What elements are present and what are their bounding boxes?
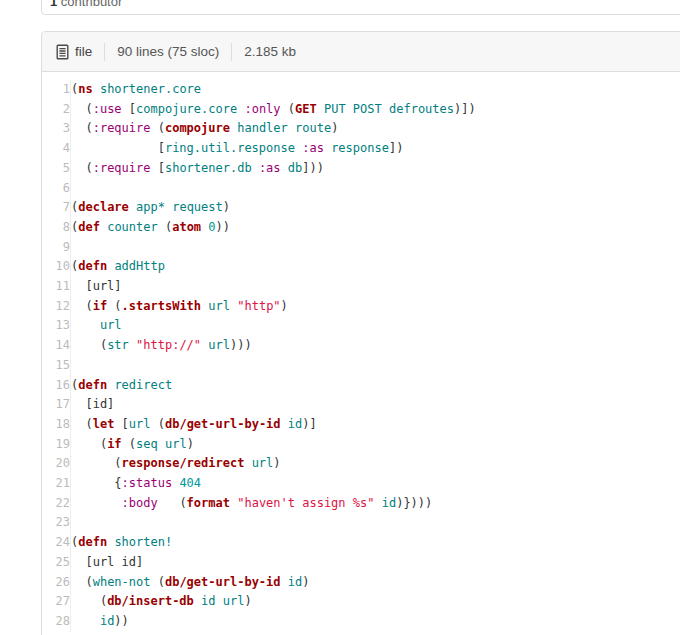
code-token-k: db/get-url-by-id xyxy=(165,575,281,589)
code-line: (defn redirect xyxy=(71,376,680,396)
code-line: [id] xyxy=(71,395,680,415)
code-token-p: ( xyxy=(71,338,107,352)
line-number[interactable]: 27 xyxy=(42,592,71,612)
code-token-p xyxy=(346,102,353,116)
line-number[interactable]: 2 xyxy=(42,100,71,120)
line-number[interactable]: 4 xyxy=(42,139,71,159)
code-line xyxy=(71,179,680,199)
code-row: 14 (str "http://" url))) xyxy=(42,336,680,356)
code-token-p xyxy=(93,82,100,96)
code-row: 13 url xyxy=(42,316,680,336)
code-token-p: ) xyxy=(273,456,280,470)
line-number[interactable]: 25 xyxy=(42,553,71,573)
code-line: (let [url (db/get-url-by-id id)] xyxy=(71,415,680,435)
code-token-k: if xyxy=(107,437,121,451)
code-row: 5 (:require [shortener.db :as db])) xyxy=(42,159,680,179)
code-token-k: defn xyxy=(78,259,107,273)
line-number[interactable]: 16 xyxy=(42,376,71,396)
line-number[interactable]: 18 xyxy=(42,415,71,435)
code-token-n: compojure.core xyxy=(136,102,237,116)
code-token-p xyxy=(194,594,201,608)
code-token-n: app* xyxy=(136,200,165,214)
line-number[interactable]: 1 xyxy=(42,80,71,100)
code-row: 4 [ring.util.response :as response]) xyxy=(42,139,680,159)
code-token-p: ( xyxy=(122,437,136,451)
code-row: 27 (db/insert-db id url) xyxy=(42,592,680,612)
code-token-p: ( xyxy=(71,456,122,470)
line-number[interactable]: 23 xyxy=(42,513,71,533)
line-number[interactable]: 7 xyxy=(42,198,71,218)
line-number[interactable]: 9 xyxy=(42,238,71,258)
code-token-ss: :body xyxy=(122,496,158,510)
code-line: id)) xyxy=(71,612,680,632)
code-token-k: db/get-url-by-id xyxy=(165,417,281,431)
code-token-n: url xyxy=(252,456,274,470)
line-number[interactable]: 11 xyxy=(42,277,71,297)
code-row: 20 (response/redirect url) xyxy=(42,454,680,474)
code-token-p xyxy=(382,102,389,116)
line-number[interactable]: 20 xyxy=(42,454,71,474)
line-number[interactable]: 14 xyxy=(42,336,71,356)
code-token-n: defroutes xyxy=(389,102,454,116)
code-token-m: 404 xyxy=(179,476,201,490)
line-number[interactable]: 13 xyxy=(42,316,71,336)
line-number[interactable]: 24 xyxy=(42,533,71,553)
code-token-p: )]) xyxy=(454,102,476,116)
code-line xyxy=(71,513,680,533)
code-token-n: url xyxy=(165,437,187,451)
code-token-n: id xyxy=(382,496,396,510)
code-line: (defn addHttp xyxy=(71,257,680,277)
code-token-p: ( xyxy=(71,161,93,175)
code-token-k: response/redirect xyxy=(122,456,245,470)
code-token-s: "http" xyxy=(237,299,280,313)
code-token-n: handler xyxy=(237,121,288,135)
line-number[interactable]: 21 xyxy=(42,474,71,494)
line-number[interactable]: 17 xyxy=(42,395,71,415)
code-token-k: defn xyxy=(78,378,107,392)
code-row: 15 xyxy=(42,356,680,376)
code-row: 11 [url] xyxy=(42,277,680,297)
line-number[interactable]: 26 xyxy=(42,573,71,593)
code-token-n: shortener.core xyxy=(100,82,201,96)
code-token-n: id xyxy=(288,575,302,589)
file-lines-info: 90 lines (75 sloc) xyxy=(117,44,219,59)
code-token-p: ( xyxy=(158,220,172,234)
code-line: (str "http://" url))) xyxy=(71,336,680,356)
code-token-p: ( xyxy=(71,437,107,451)
code-token-ss: :status xyxy=(122,476,173,490)
code-row: 18 (let [url (db/get-url-by-id id)] xyxy=(42,415,680,435)
code-token-p: ( xyxy=(71,594,107,608)
line-number[interactable]: 22 xyxy=(42,494,71,514)
code-row: 16(defn redirect xyxy=(42,376,680,396)
code-token-k: db/insert-db xyxy=(107,594,194,608)
code-token-n: url xyxy=(223,594,245,608)
code-token-p: )}))) xyxy=(396,496,432,510)
line-number[interactable]: 12 xyxy=(42,297,71,317)
line-number[interactable]: 8 xyxy=(42,218,71,238)
line-number[interactable]: 10 xyxy=(42,257,71,277)
code-line: (:require [shortener.db :as db])) xyxy=(71,159,680,179)
code-token-p: ) xyxy=(244,594,251,608)
code-line: (if (.startsWith url "http") xyxy=(71,297,680,317)
code-token-p: ))) xyxy=(230,338,252,352)
line-number[interactable]: 15 xyxy=(42,356,71,376)
code-token-ss: :as xyxy=(259,161,281,175)
code-line: (defn shorten! xyxy=(71,533,680,553)
line-number[interactable]: 5 xyxy=(42,159,71,179)
code-token-p: [ xyxy=(114,417,128,431)
code-token-p: ( xyxy=(150,121,164,135)
code-token-p: [id] xyxy=(71,397,114,411)
code-token-p: ( xyxy=(71,299,93,313)
line-number[interactable]: 28 xyxy=(42,612,71,632)
code-view: 1(ns shortener.core2 (:use [compojure.co… xyxy=(42,72,680,632)
code-token-ss: :require xyxy=(93,161,151,175)
code-token-p: ) xyxy=(281,299,288,313)
code-token-n: id xyxy=(288,417,302,431)
line-number[interactable]: 19 xyxy=(42,435,71,455)
line-number[interactable]: 6 xyxy=(42,179,71,199)
code-token-k: def xyxy=(78,220,100,234)
code-row: 28 id)) xyxy=(42,612,680,632)
code-row: 23 xyxy=(42,513,680,533)
line-number[interactable]: 3 xyxy=(42,119,71,139)
code-token-p xyxy=(129,338,136,352)
